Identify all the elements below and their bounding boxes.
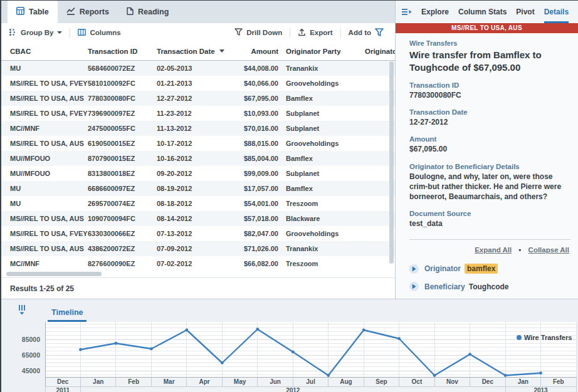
timeline-tab-label: Timeline bbox=[51, 308, 83, 317]
table-header-row: CBAC Transaction ID Transaction Date Amo… bbox=[1, 42, 395, 61]
table-row[interactable]: MS//REL TO USA, FVEY6330300066EZ07-13-20… bbox=[1, 226, 395, 241]
entity-value: Toughcode bbox=[469, 282, 509, 291]
detail-field: Originator to Beneficiary DetailsBoulogn… bbox=[409, 163, 570, 202]
horizontal-scrollbar-thumb[interactable] bbox=[6, 272, 102, 276]
table-cell: MC//MNF bbox=[10, 260, 88, 267]
table-cell: $88,015.00 bbox=[229, 140, 278, 147]
table-cell: Grooveholdings bbox=[286, 140, 360, 147]
field-value: test_data bbox=[409, 219, 570, 229]
sidebar-toggle-icon[interactable] bbox=[401, 8, 412, 16]
table-row[interactable]: MU2695700074EZ08-18-2012$54,001.00Treszo… bbox=[1, 196, 395, 211]
column-header-transaction-date[interactable]: Transaction Date bbox=[157, 48, 229, 55]
drill-down-label: Drill Down bbox=[246, 29, 282, 36]
funnel-icon bbox=[234, 28, 243, 37]
svg-text:Dec: Dec bbox=[57, 378, 69, 385]
table-cell: $99,009.00 bbox=[229, 170, 278, 177]
tab-column-stats[interactable]: Column Stats bbox=[458, 1, 507, 23]
table-cell: MS//REL TO USA, AUS bbox=[10, 215, 88, 222]
column-header-transaction-id[interactable]: Transaction ID bbox=[88, 48, 157, 55]
tab-reading[interactable]: Reading bbox=[118, 1, 177, 23]
field-label: Transaction ID bbox=[409, 81, 570, 89]
column-header-originator-party[interactable]: Originator Party bbox=[286, 48, 360, 55]
table-row[interactable]: MC//MNF2475000055FC11-13-2012$70,016.00S… bbox=[1, 121, 395, 136]
expand-arrow-icon[interactable] bbox=[409, 282, 419, 291]
export-button[interactable]: Export bbox=[298, 28, 332, 38]
expand-all-link[interactable]: Expand All bbox=[475, 246, 512, 254]
field-label: Originator to Beneficiary Details bbox=[409, 163, 570, 170]
tab-reports[interactable]: Reports bbox=[58, 1, 118, 23]
vertical-scrollbar[interactable] bbox=[389, 61, 394, 272]
column-header-cbac[interactable]: CBAC bbox=[10, 48, 88, 55]
tab-details[interactable]: Details bbox=[544, 1, 569, 23]
tab-timeline[interactable]: Timeline bbox=[48, 308, 87, 322]
horizontal-scrollbar[interactable] bbox=[1, 271, 395, 277]
column-header-originator[interactable]: Originato bbox=[365, 48, 395, 55]
expand-arrow-icon[interactable] bbox=[409, 264, 419, 274]
table-cell: 4386200072EZ bbox=[88, 245, 157, 252]
svg-text:Aug: Aug bbox=[340, 378, 352, 385]
table-cell: 08-19-2012 bbox=[157, 185, 229, 192]
tab-label: Reading bbox=[138, 8, 169, 16]
table-row[interactable]: MS//REL TO USA, AUS1090700094FC08-14-201… bbox=[1, 211, 395, 226]
table-row[interactable]: MS//REL TO USA, AUS6190500015EZ10-17-201… bbox=[1, 136, 395, 151]
table-row[interactable]: MS//REL TO USA, FVEY7396900097EZ11-23-20… bbox=[1, 106, 395, 121]
timeline-chart[interactable]: 450006500085000DecJanFebMarAprMayJunJulA… bbox=[1, 322, 578, 392]
table-row[interactable]: MU5684600072EZ02-05-2013$44,008.00Tranan… bbox=[1, 61, 395, 76]
filter-funnel-icon bbox=[375, 28, 384, 38]
entity-label: Originator bbox=[424, 264, 461, 273]
table-cell: $57,018.00 bbox=[229, 215, 278, 222]
table-cell: 10-17-2012 bbox=[157, 140, 229, 147]
table-cell: 8276600090EZ bbox=[88, 260, 157, 267]
table-cell: MS//REL TO USA, FVEY bbox=[10, 80, 88, 87]
collapse-panel-icon[interactable] bbox=[18, 304, 26, 317]
add-to-filter-button[interactable]: Add to bbox=[349, 28, 384, 38]
table-cell: $82,047.00 bbox=[229, 230, 278, 237]
table-cell: 6190500015EZ bbox=[88, 140, 157, 147]
results-bar: Results 1-25 of 25 bbox=[1, 277, 395, 299]
export-icon bbox=[298, 28, 306, 38]
vertical-scrollbar-thumb[interactable] bbox=[389, 61, 394, 264]
document-title: Wire transfer from Bamflex to Toughcode … bbox=[409, 49, 570, 73]
table-cell: 12-27-2012 bbox=[157, 95, 229, 102]
table-cell: Grooveholdings bbox=[286, 80, 360, 87]
tab-pivot[interactable]: Pivot bbox=[516, 1, 534, 23]
entity-row[interactable]: Originatorbamflex bbox=[409, 264, 570, 274]
table-cell: Tranankix bbox=[286, 64, 360, 72]
tab-label: Reports bbox=[80, 8, 109, 16]
svg-text:Apr: Apr bbox=[199, 378, 209, 385]
drill-down-button[interactable]: Drill Down bbox=[234, 28, 282, 37]
table-cell: Tranankix bbox=[286, 245, 360, 252]
tab-table[interactable]: Table bbox=[8, 1, 58, 23]
table-cell: Subplanet bbox=[286, 125, 360, 132]
table-row[interactable]: MU//MFOUO8313800018EZ09-20-2012$99,009.0… bbox=[1, 166, 395, 181]
table-cell: 07-13-2012 bbox=[157, 230, 229, 237]
legend-dot bbox=[517, 335, 522, 340]
collapse-all-link[interactable]: Collapse All bbox=[528, 246, 569, 254]
view-tabbar: Table Reports Reading bbox=[1, 1, 395, 23]
columns-label: Columns bbox=[90, 29, 120, 36]
tab-explore[interactable]: Explore bbox=[421, 1, 449, 23]
detail-fields: Transaction ID7780300080FCTransaction Da… bbox=[409, 81, 570, 229]
export-label: Export bbox=[310, 29, 332, 36]
field-value: Boulogne, and why, later on, were those … bbox=[409, 172, 570, 202]
table-row[interactable]: MU//MFOUO8707900015EZ10-16-2012$85,004.0… bbox=[1, 151, 395, 166]
table-row[interactable]: MU6686600097EZ08-19-2012$17,057.00Bamfle… bbox=[1, 181, 395, 196]
field-label: Amount bbox=[409, 135, 570, 143]
table-cell: 11-13-2012 bbox=[157, 125, 229, 132]
columns-button[interactable]: Columns bbox=[78, 29, 120, 37]
table-row[interactable]: MS//REL TO USA, AUS7780300080FC12-27-201… bbox=[1, 91, 395, 106]
table-cell: 08-18-2012 bbox=[157, 200, 229, 207]
table-row[interactable]: MS//REL TO USA, FVEY5810100092FC01-21-20… bbox=[1, 76, 395, 91]
table-row[interactable]: MC//MNF8276600090EZ07-02-2012$66,082.00T… bbox=[1, 256, 395, 271]
table-cell: 8707900015EZ bbox=[88, 155, 157, 162]
svg-text:2012: 2012 bbox=[286, 387, 300, 392]
table-cell: Bamflex bbox=[286, 155, 360, 162]
table-row[interactable]: MS//REL TO USA, AUS4386200072EZ07-09-201… bbox=[1, 241, 395, 256]
group-by-button[interactable]: Group By bbox=[9, 28, 62, 38]
table-cell: 2475000055FC bbox=[88, 125, 157, 132]
svg-text:65000: 65000 bbox=[22, 351, 40, 359]
field-value: 7780300080FC bbox=[409, 90, 570, 100]
column-header-amount[interactable]: Amount bbox=[229, 48, 278, 55]
entity-row[interactable]: BeneficiaryToughcode bbox=[409, 282, 570, 291]
svg-text:Jul: Jul bbox=[306, 378, 315, 385]
